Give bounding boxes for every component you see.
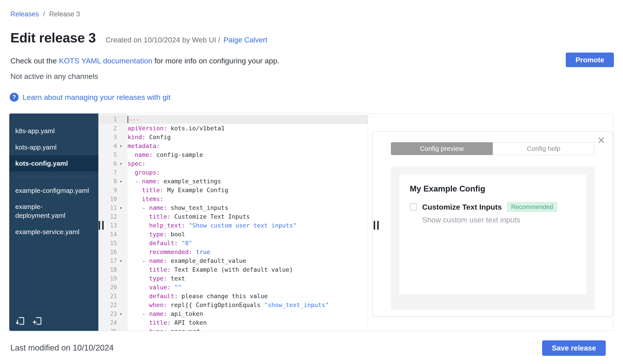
breadcrumb-releases-link[interactable]: Releases bbox=[10, 10, 39, 18]
code-line-10[interactable]: 10 items: bbox=[98, 195, 368, 203]
line-number: 2 bbox=[98, 124, 120, 133]
code-line-22[interactable]: 22 when: repl{{ ConfigOptionEquals "show… bbox=[98, 301, 368, 309]
file-item-example-service-yaml[interactable]: example-service.yaml bbox=[9, 224, 98, 240]
title-row: Edit release 3 Created on 10/10/2024 by … bbox=[10, 30, 267, 45]
file-item-example-configmap-yaml[interactable]: example-configmap.yaml bbox=[9, 182, 98, 199]
code-line-7[interactable]: 7 groups: bbox=[98, 168, 368, 177]
code-line-9[interactable]: 9 title: My Example Config bbox=[98, 186, 368, 195]
breadcrumb: Releases / Release 3 bbox=[10, 10, 80, 18]
fold-arrow-icon[interactable]: ▾ bbox=[120, 177, 128, 186]
code-line-25[interactable]: 25 type: password bbox=[98, 327, 368, 331]
code-text: kind: Config bbox=[128, 133, 171, 142]
file-item-example-deployment-yaml[interactable]: example-deployment.yaml bbox=[9, 199, 98, 223]
line-number: 25 bbox=[98, 327, 120, 331]
config-preview-body: My Example Config Customize Text Inputs … bbox=[391, 166, 595, 310]
line-number: 16 bbox=[98, 248, 120, 256]
file-item-kots-app-yaml[interactable]: kots-app.yaml bbox=[9, 139, 98, 156]
kots-yaml-docs-link[interactable]: KOTS YAML documentation bbox=[59, 57, 152, 65]
code-text: name: config-sample bbox=[128, 150, 203, 159]
line-number: 20 bbox=[98, 283, 120, 292]
code-line-4[interactable]: 4▾metadata: bbox=[98, 142, 368, 150]
docs-hint-before: Check out the bbox=[10, 57, 59, 65]
upload-file-icon[interactable] bbox=[15, 316, 25, 326]
line-number: 22 bbox=[98, 301, 120, 309]
fold-arrow-icon[interactable]: ▾ bbox=[120, 159, 128, 168]
sidebar-resize-handle[interactable] bbox=[99, 221, 104, 230]
code-text: type: bool bbox=[128, 230, 185, 239]
code-line-16[interactable]: 16 recommended: true bbox=[98, 248, 368, 256]
line-number: 12 bbox=[98, 212, 120, 221]
code-line-18[interactable]: 18 title: Text Example (with default val… bbox=[98, 265, 368, 274]
code-text: title: API token bbox=[128, 318, 207, 327]
code-text: type: password bbox=[128, 327, 200, 331]
code-line-24[interactable]: 24 title: API token bbox=[98, 318, 368, 327]
tab-config-preview[interactable]: Config preview bbox=[391, 142, 493, 155]
line-number: 7 bbox=[98, 168, 120, 177]
file-item-kots-config-yaml[interactable]: kots-config.yaml bbox=[9, 155, 98, 172]
code-text: groups: bbox=[128, 168, 160, 177]
code-line-5[interactable]: 5 name: config-sample bbox=[98, 150, 368, 159]
edit-release-page: Releases / Release 3 Edit release 3 Crea… bbox=[0, 0, 623, 364]
config-group-title: My Example Config bbox=[410, 184, 576, 194]
line-number: 3 bbox=[98, 133, 120, 142]
tab-config-help[interactable]: Config help bbox=[493, 142, 595, 155]
code-line-23[interactable]: 23▾ - name: api_token bbox=[98, 309, 368, 318]
code-text: default: "0" bbox=[128, 239, 192, 248]
fold-arrow-icon[interactable]: ▾ bbox=[120, 142, 128, 150]
line-number: 5 bbox=[98, 150, 120, 159]
code-line-13[interactable]: 13 help_text: "Show custom user text inp… bbox=[98, 221, 368, 230]
code-text: default: please change this value bbox=[128, 292, 268, 301]
line-number: 14 bbox=[98, 230, 120, 239]
config-group-card: My Example Config Customize Text Inputs … bbox=[399, 175, 586, 294]
created-info: Created on 10/10/2024 by Web UI / Paige … bbox=[106, 36, 267, 44]
code-line-3[interactable]: 3kind: Config bbox=[98, 133, 368, 142]
line-number: 11 bbox=[98, 203, 120, 212]
close-icon[interactable]: ✕ bbox=[597, 136, 605, 145]
page-title: Edit release 3 bbox=[10, 30, 96, 45]
code-line-1[interactable]: 1--- bbox=[98, 115, 368, 124]
fold-arrow-icon[interactable]: ▾ bbox=[120, 203, 128, 212]
author-link[interactable]: Paige Calvert bbox=[223, 36, 267, 44]
code-line-21[interactable]: 21 default: please change this value bbox=[98, 292, 368, 301]
code-line-17[interactable]: 17▾ - name: example_default_value bbox=[98, 256, 368, 265]
recommended-badge: Recommended bbox=[507, 202, 557, 212]
code-text: title: Text Example (with default value) bbox=[128, 265, 293, 274]
question-icon: ? bbox=[10, 93, 19, 101]
customize-text-inputs-checkbox[interactable] bbox=[410, 203, 417, 210]
yaml-editor[interactable]: 1---2apiVersion: kots.io/v1beta13kind: C… bbox=[98, 114, 368, 331]
code-line-14[interactable]: 14 type: bool bbox=[98, 230, 368, 239]
code-line-8[interactable]: 8▾ - name: example_settings bbox=[98, 177, 368, 186]
code-text: items: bbox=[128, 195, 164, 203]
file-item-k8s-app-yaml[interactable]: k8s-app.yaml bbox=[9, 123, 98, 139]
code-text: when: repl{{ ConfigOptionEquals "show_te… bbox=[128, 301, 329, 309]
channel-status: Not active in any channels bbox=[10, 72, 98, 81]
line-number: 9 bbox=[98, 186, 120, 195]
code-line-6[interactable]: 6▾spec: bbox=[98, 159, 368, 168]
text-cursor bbox=[128, 116, 128, 123]
code-line-19[interactable]: 19 type: text bbox=[98, 274, 368, 283]
fold-arrow-icon[interactable]: ▾ bbox=[120, 309, 128, 318]
code-line-2[interactable]: 2apiVersion: kots.io/v1beta1 bbox=[98, 124, 368, 133]
fold-arrow-icon[interactable]: ▾ bbox=[120, 256, 128, 265]
file-list-divider bbox=[13, 177, 95, 177]
git-help-row: ? Learn about managing your releases wit… bbox=[10, 93, 170, 101]
file-sidebar: k8s-app.yamlkots-app.yamlkots-config.yam… bbox=[9, 114, 98, 331]
git-releases-link[interactable]: Learn about managing your releases with … bbox=[22, 93, 170, 101]
line-number: 8 bbox=[98, 177, 120, 186]
promote-button[interactable]: Promote bbox=[566, 53, 614, 67]
code-line-11[interactable]: 11▾ - name: show_text_inputs bbox=[98, 203, 368, 212]
code-line-15[interactable]: 15 default: "0" bbox=[98, 239, 368, 248]
new-file-icon[interactable] bbox=[32, 316, 43, 326]
line-number: 15 bbox=[98, 239, 120, 248]
code-line-12[interactable]: 12 title: Customize Text Inputs bbox=[98, 212, 368, 221]
docs-hint-after: for more info on configuring your app. bbox=[152, 57, 279, 65]
preview-resize-handle[interactable] bbox=[374, 221, 379, 230]
line-number: 24 bbox=[98, 318, 120, 327]
code-text: - name: show_text_inputs bbox=[128, 203, 228, 212]
code-line-20[interactable]: 20 value: "" bbox=[98, 283, 368, 292]
last-modified: Last modified on 10/10/2024 bbox=[10, 343, 114, 352]
line-number: 21 bbox=[98, 292, 120, 301]
code-text: recommended: true bbox=[128, 248, 210, 256]
code-text: help_text: "Show custom user text inputs… bbox=[128, 221, 296, 230]
save-release-button[interactable]: Save release bbox=[542, 340, 606, 356]
